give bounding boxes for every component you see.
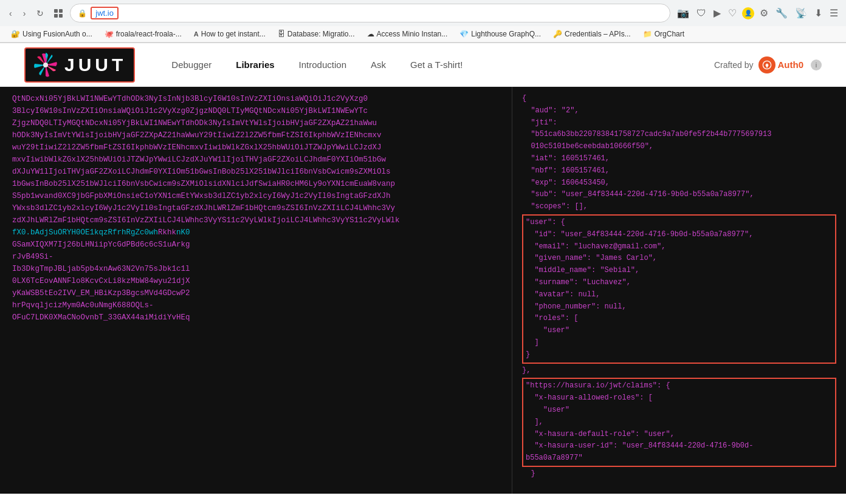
json-iat: "iat": 1605157461,	[522, 153, 836, 165]
json-hasura-allowed-open: "x-hasura-allowed-roles": [	[526, 392, 833, 404]
bookmark-icon: 🔑	[553, 30, 562, 38]
json-jti-value2: 010c5101be6ceebdab10666f50",	[522, 141, 836, 153]
left-panel: QtNDcxNi05YjBkLWI1NWEwYTdhODk3NyIsInNjb3…	[0, 87, 512, 494]
browser-chrome: ‹ › ↻ 🔒 jwt.io 📷 🛡 ▶ ♡ 👤 ⚙ 🔧 📡 ⬇ ☰ 🔐	[0, 0, 846, 43]
bookmark-icon: 🗄	[278, 30, 285, 38]
settings-icon[interactable]: ⚙	[758, 5, 770, 21]
nav-libraries[interactable]: Libraries	[236, 60, 274, 70]
json-user-middle: "middle_name": "Sebial",	[526, 265, 833, 277]
token-line-11: zdXJhLWRlZmF1bHQtcm9sZSI6InVzZXIiLCJ4LWh…	[12, 216, 400, 225]
nav-introduction[interactable]: Introduction	[299, 60, 346, 70]
menu-icon[interactable]: ☰	[828, 5, 840, 21]
token-line-4: hODk3NyIsImVtYWlsIjoibHVjaGF2ZXpAZ21haWw…	[12, 131, 382, 140]
address-text: jwt.io	[91, 7, 119, 19]
json-user-role: "user"	[526, 325, 833, 337]
token-line-2: 3BlcyI6W10sInVzZXIiOnsiaWQiOiJ1c2VyXzg0Z…	[12, 107, 368, 115]
bookmark-credentials[interactable]: 🔑 Credentials – APIs...	[548, 29, 636, 39]
token-line-8: 1bGwsInBob25lX251bWJlciI6bnVsbCwicm9sZXM…	[12, 180, 395, 188]
json-exp: "exp": 1606453450,	[522, 177, 836, 189]
main-content: QtNDcxNi05YjBkLWI1NWEwYTdhODk3NyIsInNjb3…	[0, 87, 846, 494]
lock-icon: 🔒	[78, 9, 87, 18]
crafted-by-section: Crafted by Auth0 i	[714, 56, 822, 73]
bookmark-label: Access Minio Instan...	[377, 30, 448, 38]
bookmark-orgchart[interactable]: 📁 OrgChart	[638, 29, 689, 39]
bookmark-database[interactable]: 🗄 Database: Migratio...	[273, 29, 360, 39]
nav-debugger[interactable]: Debugger	[171, 60, 212, 70]
address-bar[interactable]: 🔒 jwt.io	[70, 4, 670, 22]
token-line-9: S5pb1wvand0XC9jbGFpbXMiOnsieC1oYXN1cmEtY…	[12, 192, 391, 200]
json-hasura-userid-2: b55a0a7a8977"	[526, 452, 833, 465]
token-line-17: yKaWSB5tEo2IVV_EM_HBiKzp3BgcsMVd4GDcwP2	[12, 289, 190, 298]
site-header: JUUT Debugger Libraries Introduction Ask…	[0, 43, 846, 87]
json-user-id: "id": "user_84f83444-220d-4716-9b0d-b55a…	[526, 229, 833, 241]
json-aud: "aud": "2",	[522, 105, 836, 117]
bookmark-anthropic[interactable]: A How to get instant...	[189, 29, 270, 39]
hasura-claims-section: "https://hasura.io/jwt/claims": { "x-has…	[522, 378, 836, 467]
camera-icon[interactable]: 📷	[675, 5, 691, 21]
token-line-12: fX0.bAdjSuORYH0OE1kqzRfrhRgZc0whRkhknK0	[12, 228, 190, 237]
bookmark-minio[interactable]: ☁ Access Minio Instan...	[362, 29, 453, 39]
json-hasura-allowed-role: "user"	[526, 404, 833, 417]
json-user-roles-close: ]	[526, 337, 833, 349]
bookmark-label: How to get instant...	[201, 30, 266, 38]
json-nbf: "nbf": 1605157461,	[522, 165, 836, 177]
bookmark-label: Lighthouse GraphQ...	[471, 30, 541, 38]
json-sub: "sub": "user_84f83444-220d-4716-9b0d-b55…	[522, 189, 836, 201]
json-user-email: "email": "luchavez@gmail.com",	[526, 241, 833, 253]
token-line-19: OFuC7LDK0XMaCNoOvnbT_33GAX44aiMidiYvHEq	[12, 313, 190, 322]
logo-svg	[33, 52, 58, 78]
bookmark-fusion-auth[interactable]: 🔐 Using FusionAuth o...	[6, 29, 97, 39]
bookmark-icon: 🐙	[105, 30, 114, 38]
token-line-1: QtNDcxNi05YjBkLWI1NWEwYTdhODk3NyIsInNjb3…	[12, 95, 368, 103]
json-user-given: "given_name": "James Carlo",	[526, 253, 833, 265]
token-line-15: Ib3DkgTmpJBLjab5pb4xnAw63N2Vn75sJbk1c1l	[12, 265, 190, 273]
profile-icon[interactable]: 👤	[742, 7, 754, 19]
shield-icon[interactable]: 🛡	[695, 6, 708, 21]
json-hasura-close: }	[522, 468, 836, 480]
back-button[interactable]: ‹	[6, 7, 15, 19]
token-line-16: 0LX6TcEovANNFlo8KcvCxLi8kzMbW84wyu21djX	[12, 277, 190, 285]
json-user-avatar: "avatar": null,	[526, 289, 833, 301]
jwt-token-left: QtNDcxNi05YjBkLWI1NWEwYTdhODk3NyIsInNjb3…	[12, 93, 500, 324]
bookmark-icon: ☁	[367, 30, 374, 38]
bookmark-label: OrgChart	[655, 30, 684, 38]
heart-icon[interactable]: ♡	[726, 5, 738, 21]
bookmark-label: Database: Migratio...	[287, 30, 355, 38]
extensions-icon[interactable]: 🔧	[774, 5, 789, 21]
json-user-open: "user": {	[526, 217, 833, 229]
play-icon[interactable]: ▶	[712, 5, 723, 21]
json-comma: },	[522, 365, 836, 377]
info-icon[interactable]: i	[811, 60, 822, 70]
token-line-5: wuY29tIiwiZ2l2ZW5fbmFtZSI6IkphbWVzIENhcm…	[12, 143, 382, 152]
bookmark-icon: 🔐	[11, 30, 20, 38]
nav-ask[interactable]: Ask	[371, 60, 386, 70]
json-jti: "jti":	[522, 117, 836, 129]
download-icon[interactable]: ⬇	[813, 5, 824, 21]
json-hasura-default: "x-hasura-default-role": "user",	[526, 429, 833, 441]
json-user-roles-open: "roles": [	[526, 313, 833, 325]
token-line-14: rJvB49Si-	[12, 253, 53, 261]
bookmark-icon: A	[194, 30, 199, 38]
refresh-button[interactable]: ↻	[33, 7, 47, 19]
json-jti-value: "b51ca6b3bb220783841758727cadc9a7ab0fe5f…	[522, 129, 836, 141]
bookmark-icon: 📁	[643, 30, 652, 38]
json-hasura-userid: "x-hasura-user-id": "user_84f83444-220d-…	[526, 440, 833, 452]
auth0-circle-icon	[758, 56, 776, 73]
site-nav: Debugger Libraries Introduction Ask Get …	[171, 60, 714, 70]
nav-tshirt[interactable]: Get a T-shirt!	[410, 60, 463, 70]
bookmark-label: froala/react-froala-...	[116, 30, 182, 38]
json-scopes: "scopes": [],	[522, 201, 836, 213]
forward-button[interactable]: ›	[20, 7, 29, 19]
bookmark-lighthouse[interactable]: 💎 Lighthouse GraphQ...	[455, 29, 546, 39]
logo-area[interactable]: JUUT	[24, 47, 135, 83]
auth0-logo[interactable]: Auth0	[758, 56, 804, 73]
cast-icon[interactable]: 📡	[793, 5, 809, 21]
bookmark-froala[interactable]: 🐙 froala/react-froala-...	[100, 29, 187, 39]
svg-point-0	[43, 63, 48, 67]
json-user-phone: "phone_number": null,	[526, 301, 833, 313]
token-line-6: mxvIiwibWlkZGxlX25hbWUiOiJTZWJpYWwiLCJzd…	[12, 155, 386, 164]
crafted-by-label: Crafted by	[714, 60, 754, 70]
token-line-13: GSamXIQXM7Ij26bLHNiipYcGdPBd6c6cS1uArkg	[12, 240, 190, 249]
right-panel: { "aud": "2", "jti": "b51ca6b3bb22078384…	[512, 87, 846, 494]
token-line-18: hrPqvqljcizMym0Ac0uNmgK688OQLs-	[12, 301, 154, 310]
